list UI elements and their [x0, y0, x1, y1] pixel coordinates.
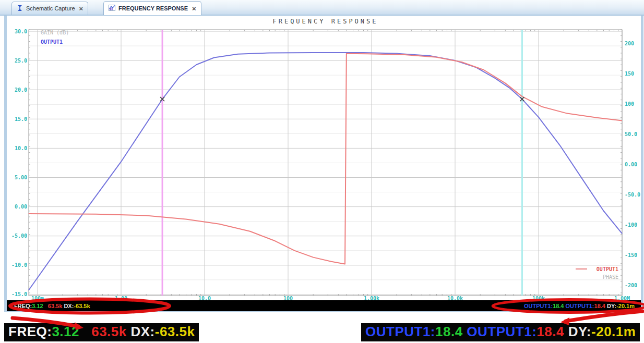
- graph-window: 30.025.020.015.010.05.000.00-5.00-10.0-1…: [4, 16, 643, 312]
- callout-segment: OUTPUT1:: [463, 324, 537, 339]
- plot-title: FREQUENCY RESPONSE: [272, 18, 378, 25]
- callout-segment: -63.5k: [155, 324, 195, 339]
- svg-text:30.0: 30.0: [15, 29, 27, 34]
- svg-text:5.00: 5.00: [15, 175, 27, 180]
- schematic-icon: [17, 5, 23, 13]
- status-segment: 18.4: [553, 303, 564, 309]
- svg-text:15.0: 15.0: [15, 116, 27, 122]
- phase-axis-label: PHASE: [603, 274, 618, 280]
- trace-phase: [29, 54, 622, 264]
- tab-label: Schematic Capture: [26, 5, 75, 11]
- gain-axis-label: GAIN (dB): [41, 30, 69, 35]
- svg-text:-5.00: -5.00: [11, 233, 27, 239]
- close-icon[interactable]: ×: [192, 5, 196, 12]
- svg-text:10.0: 10.0: [15, 145, 27, 151]
- callout-segment: 18.4: [435, 324, 463, 339]
- svg-text:150: 150: [625, 71, 634, 77]
- callout-segment: FREQ:: [8, 324, 52, 339]
- gain-trace-legend: OUTPUT1: [41, 39, 63, 45]
- callout-segment: DX:: [127, 324, 155, 339]
- callout-segment: 3.12: [52, 324, 79, 339]
- svg-text:-50.0: -50.0: [625, 192, 640, 198]
- status-segment: 18.4: [594, 303, 605, 309]
- callout-segment: -20.1m: [591, 324, 636, 339]
- tab-schematic-capture[interactable]: Schematic Capture ×: [11, 2, 88, 15]
- status-segment: FREQ:: [14, 303, 32, 309]
- svg-text:200: 200: [625, 41, 634, 46]
- svg-text:10.0k: 10.0k: [447, 296, 463, 300]
- svg-text:0.00: 0.00: [15, 204, 27, 210]
- cursor-status-bar: FREQ:3.12 63.5k DX:-63.5k OUTPUT1:18.4 O…: [7, 300, 641, 311]
- status-segment: OUTPUT1:: [564, 303, 594, 309]
- status-segment: 3.12: [32, 303, 43, 309]
- status-segment: DX:: [62, 303, 74, 309]
- phase-trace-legend: OUTPUT1: [597, 266, 618, 272]
- svg-text:100: 100: [283, 296, 293, 300]
- callout-segment: 18.4: [536, 324, 564, 339]
- tab-frequency-response[interactable]: FREQUENCY RESPONSE ×: [103, 1, 201, 15]
- close-icon[interactable]: ×: [79, 5, 84, 12]
- callout-output-readout: OUTPUT1:18.4 OUTPUT1:18.4 DY:-20.1m: [361, 323, 640, 341]
- svg-text:10.0: 10.0: [198, 296, 211, 300]
- svg-text:25.0: 25.0: [15, 58, 27, 64]
- svg-text:-150: -150: [625, 252, 637, 258]
- svg-text:-10.0: -10.0: [11, 262, 27, 268]
- svg-text:20.0: 20.0: [15, 87, 27, 93]
- frequency-response-plot[interactable]: 30.025.020.015.010.05.000.00-5.00-10.0-1…: [7, 16, 641, 300]
- status-segment: DY:: [605, 303, 616, 309]
- callout-freq-readout: FREQ:3.12 63.5k DX:-63.5k: [4, 323, 199, 341]
- svg-text:1.00k: 1.00k: [364, 296, 379, 300]
- svg-text:50.0: 50.0: [625, 131, 637, 137]
- tab-label: FREQUENCY RESPONSE: [118, 5, 188, 11]
- svg-text:0.00: 0.00: [625, 162, 637, 167]
- callout-segment: OUTPUT1:: [365, 324, 435, 339]
- svg-text:-15.0: -15.0: [11, 291, 27, 297]
- tab-bar: Schematic Capture × FREQUENCY RESPONSE ×: [0, 0, 644, 16]
- status-segment: -63.5k: [74, 303, 90, 309]
- chart-icon: [109, 5, 115, 12]
- app-window: Schematic Capture × FREQUENCY RESPONSE ×…: [0, 0, 644, 343]
- status-readout-right: OUTPUT1:18.4 OUTPUT1:18.4 DY:-20.1m: [524, 303, 635, 309]
- status-segment: 63.5k: [43, 303, 63, 309]
- svg-text:100: 100: [625, 101, 634, 107]
- annotation-arrow-right: [566, 311, 642, 321]
- status-readout-left: FREQ:3.12 63.5k DX:-63.5k: [14, 303, 90, 309]
- callout-segment: 63.5k: [79, 324, 127, 339]
- status-segment: -20.1m: [616, 303, 635, 309]
- status-segment: OUTPUT1:: [524, 303, 553, 309]
- svg-text:1.00: 1.00: [115, 296, 127, 300]
- svg-text:100k: 100k: [532, 296, 545, 300]
- svg-text:100m: 100m: [31, 296, 44, 300]
- svg-text:-200: -200: [625, 283, 637, 288]
- svg-text:-100: -100: [625, 222, 637, 228]
- trace-gain: [29, 53, 622, 290]
- svg-text:1.00M: 1.00M: [614, 296, 630, 300]
- callout-segment: DY:: [564, 324, 591, 339]
